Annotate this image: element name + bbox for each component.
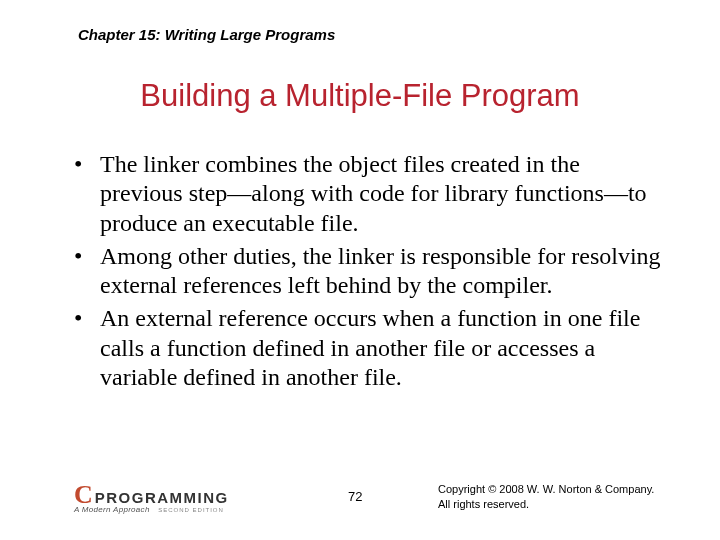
logo-top-row: C PROGRAMMING	[74, 484, 259, 506]
logo-edition: SECOND EDITION	[158, 507, 224, 513]
logo-word-programming: PROGRAMMING	[95, 489, 229, 506]
list-item: An external reference occurs when a func…	[74, 304, 664, 392]
logo-letter-c: C	[74, 484, 93, 506]
logo-subtitle-text: A Modern Approach	[74, 505, 150, 514]
copyright-line: Copyright © 2008 W. W. Norton & Company.	[438, 482, 654, 497]
page-number: 72	[348, 489, 362, 504]
slide-footer: C PROGRAMMING A Modern Approach SECOND E…	[0, 476, 720, 516]
list-item: The linker combines the object files cre…	[74, 150, 664, 238]
logo-subtitle: A Modern Approach SECOND EDITION	[74, 505, 259, 514]
copyright-notice: Copyright © 2008 W. W. Norton & Company.…	[438, 482, 654, 512]
book-logo: C PROGRAMMING A Modern Approach SECOND E…	[74, 484, 259, 514]
chapter-label: Chapter 15: Writing Large Programs	[78, 26, 335, 43]
list-item: Among other duties, the linker is respon…	[74, 242, 664, 301]
copyright-line: All rights reserved.	[438, 497, 654, 512]
slide-title: Building a Multiple-File Program	[0, 78, 720, 114]
bullet-list: The linker combines the object files cre…	[74, 150, 664, 396]
